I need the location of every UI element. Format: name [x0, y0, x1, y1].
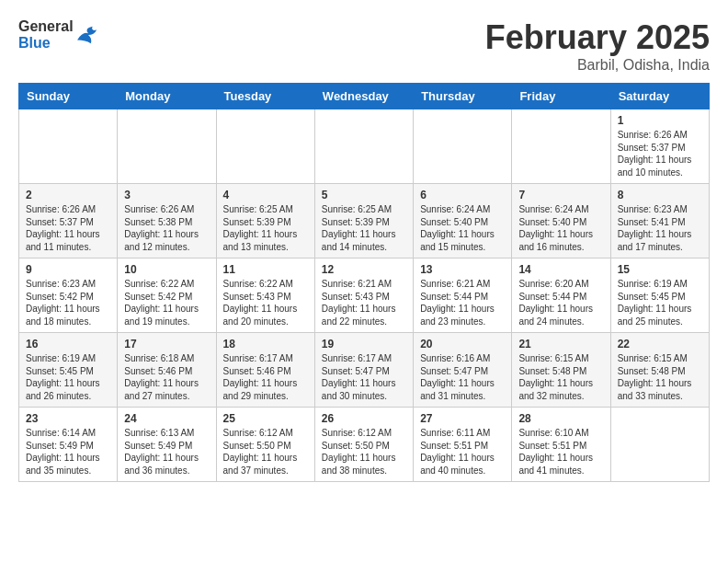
calendar-cell: 3Sunrise: 6:26 AM Sunset: 5:38 PM Daylig…: [118, 184, 216, 259]
day-number: 21: [518, 338, 603, 350]
day-number: 8: [618, 189, 702, 201]
logo: General Blue: [18, 18, 101, 51]
day-number: 3: [124, 189, 209, 201]
day-number: 15: [618, 263, 702, 276]
calendar-cell: 28Sunrise: 6:10 AM Sunset: 5:51 PM Dayli…: [512, 408, 610, 482]
day-number: 1: [618, 114, 702, 127]
calendar-cell: 5Sunrise: 6:25 AM Sunset: 5:39 PM Daylig…: [314, 184, 413, 259]
day-number: 24: [124, 412, 209, 425]
calendar-cell: 16Sunrise: 6:19 AM Sunset: 5:45 PM Dayli…: [19, 333, 118, 408]
day-number: 9: [26, 263, 110, 276]
calendar-cell: 13Sunrise: 6:21 AM Sunset: 5:44 PM Dayli…: [414, 259, 512, 333]
calendar-cell: 4Sunrise: 6:25 AM Sunset: 5:39 PM Daylig…: [216, 184, 314, 259]
day-info: Sunrise: 6:26 AM Sunset: 5:38 PM Dayligh…: [124, 203, 209, 253]
calendar-cell: 8Sunrise: 6:23 AM Sunset: 5:41 PM Daylig…: [610, 184, 709, 259]
calendar-cell: 25Sunrise: 6:12 AM Sunset: 5:50 PM Dayli…: [216, 408, 314, 482]
day-info: Sunrise: 6:19 AM Sunset: 5:45 PM Dayligh…: [26, 352, 110, 402]
calendar-cell: [610, 408, 709, 482]
calendar-cell: 7Sunrise: 6:24 AM Sunset: 5:40 PM Daylig…: [512, 184, 610, 259]
day-number: 17: [124, 338, 209, 350]
day-info: Sunrise: 6:11 AM Sunset: 5:51 PM Dayligh…: [420, 427, 505, 477]
calendar-cell: [314, 109, 413, 184]
month-title: February 2025: [485, 18, 710, 57]
day-info: Sunrise: 6:14 AM Sunset: 5:49 PM Dayligh…: [26, 427, 110, 477]
logo-general: General: [18, 18, 74, 35]
calendar-cell: [19, 109, 118, 184]
day-number: 6: [420, 189, 505, 201]
calendar-week-row: 16Sunrise: 6:19 AM Sunset: 5:45 PM Dayli…: [19, 333, 710, 408]
calendar-cell: 22Sunrise: 6:15 AM Sunset: 5:48 PM Dayli…: [610, 333, 709, 408]
calendar-cell: 11Sunrise: 6:22 AM Sunset: 5:43 PM Dayli…: [216, 259, 314, 333]
day-info: Sunrise: 6:12 AM Sunset: 5:50 PM Dayligh…: [322, 427, 406, 477]
calendar-cell: 14Sunrise: 6:20 AM Sunset: 5:44 PM Dayli…: [512, 259, 610, 333]
day-number: 11: [223, 263, 308, 276]
day-info: Sunrise: 6:22 AM Sunset: 5:43 PM Dayligh…: [223, 278, 308, 327]
calendar-cell: 24Sunrise: 6:13 AM Sunset: 5:49 PM Dayli…: [118, 408, 216, 482]
calendar-cell: 9Sunrise: 6:23 AM Sunset: 5:42 PM Daylig…: [19, 259, 118, 333]
calendar-cell: 23Sunrise: 6:14 AM Sunset: 5:49 PM Dayli…: [19, 408, 118, 482]
header: General Blue February 2025 Barbil, Odish…: [18, 18, 710, 74]
calendar-cell: [414, 109, 512, 184]
day-number: 14: [518, 263, 603, 276]
day-number: 26: [322, 412, 406, 425]
day-info: Sunrise: 6:25 AM Sunset: 5:39 PM Dayligh…: [322, 203, 406, 253]
day-number: 4: [223, 189, 308, 201]
day-of-week-header: Saturday: [610, 84, 709, 109]
day-info: Sunrise: 6:16 AM Sunset: 5:47 PM Dayligh…: [420, 352, 505, 402]
day-info: Sunrise: 6:26 AM Sunset: 5:37 PM Dayligh…: [26, 203, 110, 253]
day-info: Sunrise: 6:23 AM Sunset: 5:42 PM Dayligh…: [26, 278, 110, 327]
calendar-cell: 18Sunrise: 6:17 AM Sunset: 5:46 PM Dayli…: [216, 333, 314, 408]
day-info: Sunrise: 6:17 AM Sunset: 5:47 PM Dayligh…: [322, 352, 406, 402]
day-info: Sunrise: 6:12 AM Sunset: 5:50 PM Dayligh…: [223, 427, 308, 477]
day-info: Sunrise: 6:25 AM Sunset: 5:39 PM Dayligh…: [223, 203, 308, 253]
day-of-week-header: Tuesday: [216, 84, 314, 109]
day-info: Sunrise: 6:21 AM Sunset: 5:44 PM Dayligh…: [420, 278, 505, 327]
day-number: 12: [322, 263, 406, 276]
calendar-cell: 2Sunrise: 6:26 AM Sunset: 5:37 PM Daylig…: [19, 184, 118, 259]
title-area: February 2025 Barbil, Odisha, India: [485, 18, 710, 74]
day-info: Sunrise: 6:22 AM Sunset: 5:42 PM Dayligh…: [124, 278, 209, 327]
location: Barbil, Odisha, India: [485, 57, 710, 74]
calendar-header-row: SundayMondayTuesdayWednesdayThursdayFrid…: [19, 84, 710, 109]
day-of-week-header: Sunday: [19, 84, 118, 109]
calendar-week-row: 9Sunrise: 6:23 AM Sunset: 5:42 PM Daylig…: [19, 259, 710, 333]
day-number: 5: [322, 189, 406, 201]
calendar-cell: 27Sunrise: 6:11 AM Sunset: 5:51 PM Dayli…: [414, 408, 512, 482]
day-number: 13: [420, 263, 505, 276]
day-info: Sunrise: 6:18 AM Sunset: 5:46 PM Dayligh…: [124, 352, 209, 402]
calendar-cell: 26Sunrise: 6:12 AM Sunset: 5:50 PM Dayli…: [314, 408, 413, 482]
day-info: Sunrise: 6:23 AM Sunset: 5:41 PM Dayligh…: [618, 203, 702, 253]
calendar-cell: 10Sunrise: 6:22 AM Sunset: 5:42 PM Dayli…: [118, 259, 216, 333]
calendar-cell: [512, 109, 610, 184]
calendar-cell: 15Sunrise: 6:19 AM Sunset: 5:45 PM Dayli…: [610, 259, 709, 333]
day-of-week-header: Monday: [118, 84, 216, 109]
logo-bird-icon: [75, 25, 101, 45]
day-info: Sunrise: 6:21 AM Sunset: 5:43 PM Dayligh…: [322, 278, 406, 327]
calendar-week-row: 2Sunrise: 6:26 AM Sunset: 5:37 PM Daylig…: [19, 184, 710, 259]
calendar-cell: [118, 109, 216, 184]
day-info: Sunrise: 6:17 AM Sunset: 5:46 PM Dayligh…: [223, 352, 308, 402]
logo-blue: Blue: [18, 35, 74, 52]
calendar-cell: 21Sunrise: 6:15 AM Sunset: 5:48 PM Dayli…: [512, 333, 610, 408]
calendar-cell: 1Sunrise: 6:26 AM Sunset: 5:37 PM Daylig…: [610, 109, 709, 184]
day-number: 27: [420, 412, 505, 425]
day-number: 22: [618, 338, 702, 350]
day-number: 25: [223, 412, 308, 425]
day-of-week-header: Friday: [512, 84, 610, 109]
day-info: Sunrise: 6:15 AM Sunset: 5:48 PM Dayligh…: [618, 352, 702, 402]
day-info: Sunrise: 6:10 AM Sunset: 5:51 PM Dayligh…: [518, 427, 603, 477]
calendar-cell: [216, 109, 314, 184]
day-info: Sunrise: 6:24 AM Sunset: 5:40 PM Dayligh…: [420, 203, 505, 253]
calendar-cell: 12Sunrise: 6:21 AM Sunset: 5:43 PM Dayli…: [314, 259, 413, 333]
day-number: 20: [420, 338, 505, 350]
calendar-cell: 20Sunrise: 6:16 AM Sunset: 5:47 PM Dayli…: [414, 333, 512, 408]
calendar-week-row: 23Sunrise: 6:14 AM Sunset: 5:49 PM Dayli…: [19, 408, 710, 482]
day-number: 7: [518, 189, 603, 201]
day-of-week-header: Thursday: [414, 84, 512, 109]
calendar-cell: 6Sunrise: 6:24 AM Sunset: 5:40 PM Daylig…: [414, 184, 512, 259]
day-number: 28: [518, 412, 603, 425]
day-info: Sunrise: 6:13 AM Sunset: 5:49 PM Dayligh…: [124, 427, 209, 477]
day-number: 18: [223, 338, 308, 350]
day-info: Sunrise: 6:20 AM Sunset: 5:44 PM Dayligh…: [518, 278, 603, 327]
day-number: 23: [26, 412, 110, 425]
